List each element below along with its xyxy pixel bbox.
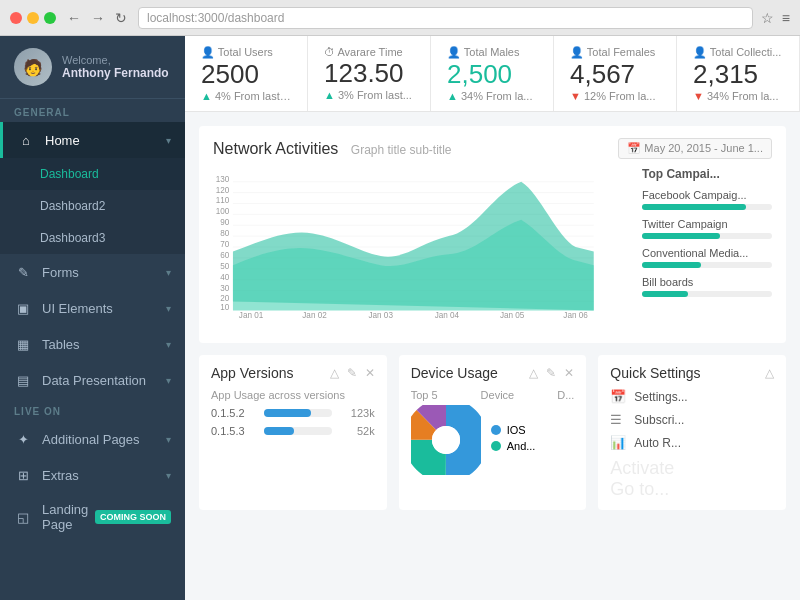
stat-label: 👤 Total Males [447, 46, 537, 59]
section-title-group: Network Activities Graph title sub-title [213, 140, 452, 158]
sidebar-item-label: Extras [42, 468, 166, 483]
main-content: 👤 Total Users 2500 ▲ 4% From last ... ⏱ … [185, 36, 800, 600]
chevron-down-icon: ▾ [166, 375, 171, 386]
stat-trend: ▲ 3% From last... [324, 89, 414, 101]
svg-text:Jan 03: Jan 03 [368, 311, 393, 320]
svg-text:Jan 02: Jan 02 [302, 311, 327, 320]
expand-icon[interactable]: △ [330, 366, 339, 380]
app-versions-card: App Versions △ ✎ ✕ App Usage across vers… [199, 355, 387, 510]
version-count: 123k [340, 407, 375, 419]
legend-dot [491, 425, 501, 435]
card-header: App Versions △ ✎ ✕ [211, 365, 375, 381]
svg-point-35 [432, 426, 460, 454]
sidebar-item-home[interactable]: ⌂ Home ▾ [0, 122, 185, 158]
ui-elements-icon: ▣ [14, 299, 32, 317]
traffic-lights [10, 12, 56, 24]
user-icon: 👤 [201, 46, 215, 58]
svg-text:110: 110 [216, 196, 230, 205]
minimize-button[interactable] [27, 12, 39, 24]
coming-soon-badge: Coming Soon [95, 510, 171, 524]
maximize-button[interactable] [44, 12, 56, 24]
chevron-down-icon: ▾ [166, 267, 171, 278]
sidebar-item-additional-pages[interactable]: ✦ Additional Pages ▾ [0, 421, 185, 457]
network-activities-section: Network Activities Graph title sub-title… [199, 126, 786, 343]
trend-down-icon: ▼ [570, 90, 581, 102]
card-actions: △ [765, 366, 774, 380]
back-button[interactable]: ← [64, 10, 84, 26]
sidebar-item-dashboard[interactable]: Dashboard [0, 158, 185, 190]
trend-up-icon: ▲ [201, 90, 212, 102]
settings-item: 📊 Auto R... [610, 435, 774, 450]
version-bar-bg [264, 427, 332, 435]
nav-buttons: ← → ↻ [64, 10, 130, 26]
user-info: Welcome, Anthony Fernando [62, 54, 169, 80]
close-icon[interactable]: ✕ [564, 366, 574, 380]
menu-icon[interactable]: ≡ [782, 10, 790, 26]
sidebar-item-forms[interactable]: ✎ Forms ▾ [0, 254, 185, 290]
card-actions: △ ✎ ✕ [529, 366, 574, 380]
refresh-button[interactable]: ↻ [112, 10, 130, 26]
sidebar-item-ui-elements[interactable]: ▣ UI Elements ▾ [0, 290, 185, 326]
sidebar-item-dashboard3[interactable]: Dashboard3 [0, 222, 185, 254]
stat-total-males: 👤 Total Males 2,500 ▲ 34% From la... [431, 36, 554, 111]
clock-icon: ⏱ [324, 46, 335, 58]
settings-item: ☰ Subscri... [610, 412, 774, 427]
trend-up-icon: ▲ [447, 90, 458, 102]
version-label: 0.1.5.3 [211, 425, 256, 437]
bookmark-icon[interactable]: ☆ [761, 10, 774, 26]
svg-text:Jan 05: Jan 05 [500, 311, 525, 320]
close-icon[interactable]: ✕ [365, 366, 375, 380]
device-header-row: Top 5 Device D... [411, 389, 575, 401]
sidebar-user: 🧑 Welcome, Anthony Fernando [0, 36, 185, 99]
stat-total-collections: 👤 Total Collecti... 2,315 ▼ 34% From la.… [677, 36, 800, 111]
campaign-bar [642, 204, 746, 210]
sidebar-item-landing-page[interactable]: ◱ Landing Page Coming Soon [0, 493, 185, 541]
chevron-down-icon: ▾ [166, 434, 171, 445]
card-title: Device Usage [411, 365, 498, 381]
expand-icon[interactable]: △ [765, 366, 774, 380]
stat-label: 👤 Total Collecti... [693, 46, 783, 59]
svg-text:30: 30 [220, 284, 230, 293]
stat-label: 👤 Total Females [570, 46, 660, 59]
browser-actions: ☆ ≡ [761, 10, 790, 26]
svg-text:Jan 04: Jan 04 [435, 311, 460, 320]
sidebar-item-label: Forms [42, 265, 166, 280]
stat-label: 👤 Total Users [201, 46, 291, 59]
stat-trend: ▼ 12% From la... [570, 90, 660, 102]
network-chart: 130 120 110 100 90 80 70 60 50 40 30 20 [213, 167, 630, 327]
sidebar-item-tables[interactable]: ▦ Tables ▾ [0, 326, 185, 362]
chart-area: 130 120 110 100 90 80 70 60 50 40 30 20 [213, 167, 630, 331]
stat-label: ⏱ Avarare Time [324, 46, 414, 58]
version-bar [264, 409, 311, 417]
svg-text:50: 50 [220, 262, 230, 271]
stat-average-time: ⏱ Avarare Time 123.50 ▲ 3% From last... [308, 36, 431, 111]
activate-watermark: ActivateGo to... [610, 458, 774, 500]
device-usage-card: Device Usage △ ✎ ✕ Top 5 Device D... [399, 355, 587, 510]
trend-down-icon: ▼ [693, 90, 704, 102]
section-subtitle: Graph title sub-title [351, 143, 452, 157]
stats-bar: 👤 Total Users 2500 ▲ 4% From last ... ⏱ … [185, 36, 800, 112]
edit-icon[interactable]: ✎ [546, 366, 556, 380]
version-bar-bg [264, 409, 332, 417]
content-area: Network Activities Graph title sub-title… [185, 112, 800, 600]
sidebar-item-dashboard2[interactable]: Dashboard2 [0, 190, 185, 222]
legend-label: IOS [507, 424, 526, 436]
sidebar-item-data-presentation[interactable]: ▤ Data Presentation ▾ [0, 362, 185, 398]
close-button[interactable] [10, 12, 22, 24]
forward-button[interactable]: → [88, 10, 108, 26]
top-campaigns: Top Campai... Facebook Campaig... Twitte… [642, 167, 772, 331]
campaign-name: Bill boards [642, 276, 772, 288]
edit-icon[interactable]: ✎ [347, 366, 357, 380]
sidebar-item-label: Additional Pages [42, 432, 166, 447]
sidebar-item-label: Tables [42, 337, 166, 352]
expand-icon[interactable]: △ [529, 366, 538, 380]
card-header: Quick Settings △ [610, 365, 774, 381]
address-bar[interactable] [138, 7, 753, 29]
stat-total-females: 👤 Total Females 4,567 ▼ 12% From la... [554, 36, 677, 111]
sidebar-item-extras[interactable]: ⊞ Extras ▾ [0, 457, 185, 493]
stat-trend: ▲ 4% From last ... [201, 90, 291, 102]
campaign-bar-bg [642, 233, 772, 239]
version-count: 52k [340, 425, 375, 437]
user-icon: 👤 [447, 46, 461, 58]
sidebar-item-label: Dashboard2 [40, 199, 171, 213]
